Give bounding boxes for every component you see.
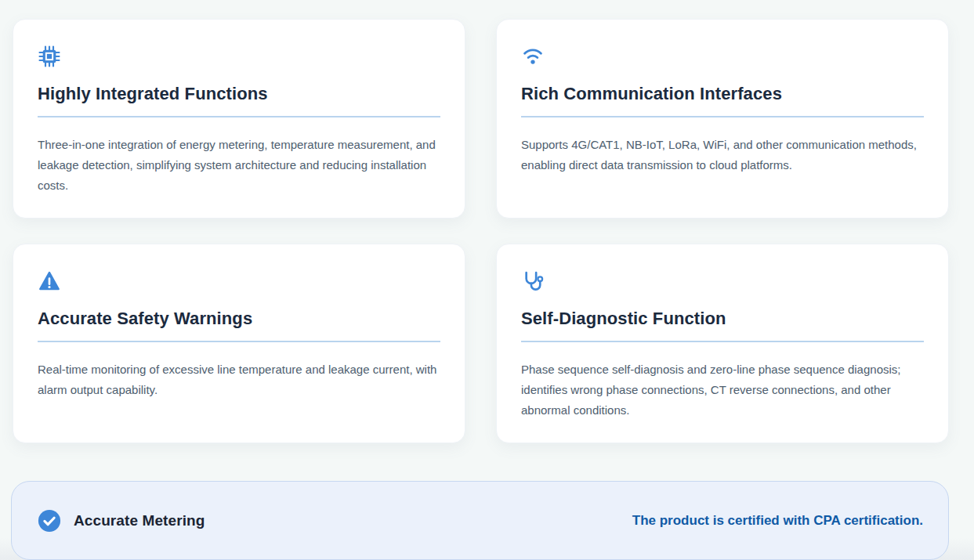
features-grid: Highly Integrated Functions Three-in-one… [13,19,949,443]
card-description: Three-in-one integration of energy meter… [38,135,440,196]
feature-card-highly-integrated: Highly Integrated Functions Three-in-one… [13,19,465,219]
stethoscope-icon [521,269,545,293]
card-title: Self-Diagnostic Function [521,307,924,331]
card-description: Real-time monitoring of excessive line t… [38,359,440,400]
check-circle-icon [38,509,61,533]
feature-card-self-diagnostic: Self-Diagnostic Function Phase sequence … [496,244,949,443]
card-description: Phase sequence self-diagnosis and zero-l… [521,359,924,421]
accurate-metering-banner: Accurate Metering The product is certifi… [11,481,949,560]
title-underline [521,116,924,117]
certification-text: The product is certified with CPA certif… [632,513,923,529]
feature-card-safety-warnings: Accurate Safety Warnings Real-time monit… [13,244,465,443]
microchip-icon [38,45,61,68]
card-title: Rich Communication Interfaces [521,82,924,106]
card-title: Accurate Safety Warnings [38,307,440,331]
banner-title: Accurate Metering [74,512,205,529]
title-underline [521,341,924,342]
card-title: Highly Integrated Functions [38,82,440,106]
card-description: Supports 4G/CAT1, NB-IoT, LoRa, WiFi, an… [521,135,924,175]
wifi-icon [521,45,545,68]
banner-left: Accurate Metering [38,509,205,533]
features-section: Highly Integrated Functions Three-in-one… [0,0,974,560]
feature-card-rich-communication: Rich Communication Interfaces Supports 4… [496,19,949,219]
title-underline [38,116,440,117]
title-underline [38,341,440,342]
warning-triangle-icon [38,269,61,293]
